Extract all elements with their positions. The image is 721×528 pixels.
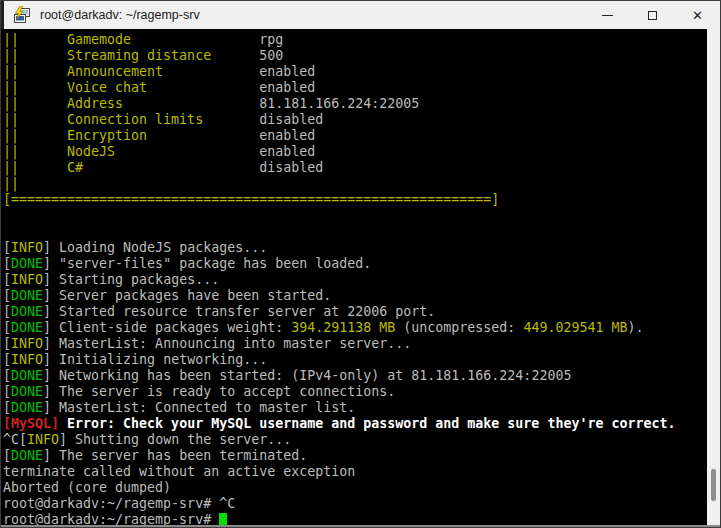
scrollbar-track[interactable] [707, 29, 720, 525]
title-bar: root@darkadv: ~/ragemp-srv ✕ [1, 1, 720, 29]
terminal-line: || Encryption enabled [3, 128, 707, 144]
terminal-line: [DONE] "server-files" package has been l… [3, 256, 707, 272]
terminal-line: ^C[INFO] Shutting down the server... [3, 432, 707, 448]
scrollbar-thumb[interactable] [711, 469, 716, 501]
terminal-line: [DONE] The server has been terminated. [3, 448, 707, 464]
terminal-line: || Connection limits disabled [3, 112, 707, 128]
minimize-icon [602, 15, 613, 16]
close-icon: ✕ [692, 9, 703, 22]
terminal-window: root@darkadv: ~/ragemp-srv ✕ || Gamemode… [0, 0, 721, 528]
terminal-line: [DONE] Networking has been started: (IPv… [3, 368, 707, 384]
putty-terminal-icon [12, 6, 31, 25]
terminal-line: [INFO] Loading NodeJS packages... [3, 240, 707, 256]
terminal-line: [DONE] MasterList: Connected to master l… [3, 400, 707, 416]
terminal-line: [DONE] Started resource transfer server … [3, 304, 707, 320]
terminal-line: Aborted (core dumped) [3, 480, 707, 496]
terminal-body: || Gamemode rpg|| Streaming distance 500… [1, 29, 720, 527]
terminal-screen[interactable]: || Gamemode rpg|| Streaming distance 500… [1, 29, 707, 525]
terminal-line: || Address 81.181.166.224:22005 [3, 96, 707, 112]
terminal-line: || Gamemode rpg [3, 32, 707, 48]
terminal-line: [DONE] Client-side packages weight: 394.… [3, 320, 707, 336]
maximize-button[interactable] [630, 1, 675, 29]
terminal-line: || C# disabled [3, 160, 707, 176]
close-button[interactable]: ✕ [675, 1, 720, 29]
terminal-line: root@darkadv:~/ragemp-srv# [3, 512, 707, 525]
terminal-line [3, 208, 707, 224]
terminal-line: || [3, 176, 707, 192]
terminal-output: || Gamemode rpg|| Streaming distance 500… [3, 32, 707, 525]
terminal-line: || NodeJS enabled [3, 144, 707, 160]
terminal-line: [INFO] Initializing networking... [3, 352, 707, 368]
terminal-line: terminate called without an active excep… [3, 464, 707, 480]
terminal-line: [=======================================… [3, 192, 707, 208]
terminal-cursor [219, 513, 227, 525]
terminal-line: [DONE] The server is ready to accept con… [3, 384, 707, 400]
terminal-line: [INFO] Starting packages... [3, 272, 707, 288]
terminal-line: root@darkadv:~/ragemp-srv# ^C [3, 496, 707, 512]
terminal-line: || Streaming distance 500 [3, 48, 707, 64]
minimize-button[interactable] [585, 1, 630, 29]
terminal-line: || Voice chat enabled [3, 80, 707, 96]
window-controls: ✕ [585, 1, 720, 29]
maximize-icon [648, 11, 657, 20]
terminal-line: [DONE] Server packages have been started… [3, 288, 707, 304]
window-title: root@darkadv: ~/ragemp-srv [40, 8, 585, 22]
terminal-line: [INFO] MasterList: Announcing into maste… [3, 336, 707, 352]
terminal-line: || Announcement enabled [3, 64, 707, 80]
terminal-line: [MySQL] Error: Check your MySQL username… [3, 416, 707, 432]
terminal-line [3, 224, 707, 240]
